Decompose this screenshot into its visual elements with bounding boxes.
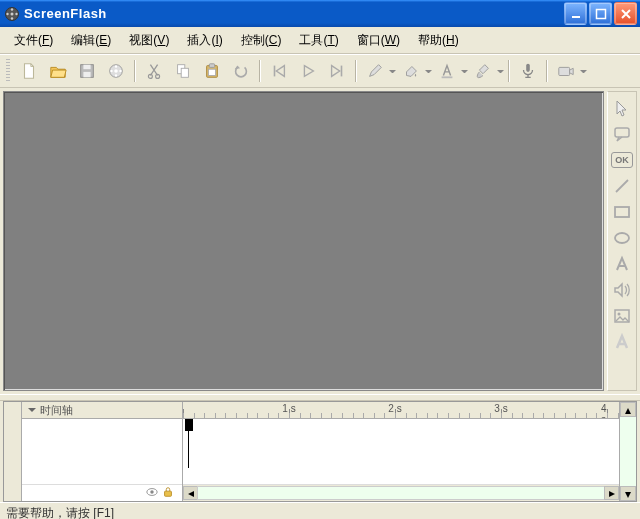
text-outline-tool-icon[interactable] (610, 330, 634, 354)
svg-point-3 (11, 17, 13, 19)
pencil-tool-button[interactable] (361, 58, 388, 85)
timeline-tracks-area: 1 s 2 s 3 s 4 s ◂ ▸ (183, 402, 619, 501)
brush-tool-button[interactable] (469, 58, 496, 85)
toolbar-separator (355, 60, 356, 82)
forward-button[interactable] (323, 58, 350, 85)
play-button[interactable] (294, 58, 321, 85)
callout-tool-icon[interactable] (610, 122, 634, 146)
svg-point-2 (11, 8, 13, 10)
ellipse-tool-icon[interactable] (610, 226, 634, 250)
eye-icon[interactable] (146, 486, 158, 501)
menu-edit[interactable]: 编辑(E) (63, 29, 119, 52)
open-button[interactable] (44, 58, 71, 85)
sound-tool-icon[interactable] (610, 278, 634, 302)
timeline-ruler[interactable]: 1 s 2 s 3 s 4 s (183, 402, 619, 419)
menu-tools[interactable]: 工具(T) (291, 29, 346, 52)
undo-button[interactable] (227, 58, 254, 85)
toolbar-separator (134, 60, 135, 82)
svg-point-15 (110, 70, 112, 72)
svg-rect-9 (83, 65, 90, 70)
toolbar-separator (546, 60, 547, 82)
ruler-tick-label: 2 s (388, 403, 401, 414)
svg-rect-10 (83, 72, 90, 77)
timeline-layers: 时间轴 (22, 402, 183, 501)
toolbar (0, 54, 640, 88)
right-toolbox: OK (607, 91, 637, 391)
microphone-button[interactable] (514, 58, 541, 85)
toolbar-grip[interactable] (6, 59, 10, 83)
rectangle-tool-icon[interactable] (610, 200, 634, 224)
copy-button[interactable] (169, 58, 196, 85)
scroll-track[interactable] (620, 417, 636, 486)
export-swf-button[interactable] (102, 58, 129, 85)
svg-rect-23 (208, 69, 215, 75)
new-button[interactable] (15, 58, 42, 85)
svg-rect-26 (558, 67, 569, 75)
svg-line-28 (616, 180, 628, 192)
timeline-header[interactable]: 时间轴 (22, 402, 182, 419)
menu-file[interactable]: 文件(F) (6, 29, 61, 52)
svg-rect-29 (615, 207, 629, 217)
window-title: ScreenFlash (24, 6, 564, 21)
toolbar-separator (259, 60, 260, 82)
record-settings-dropdown[interactable] (580, 66, 587, 76)
canvas-area[interactable] (3, 91, 604, 391)
svg-point-13 (114, 65, 116, 67)
timeline-playhead[interactable] (188, 419, 189, 468)
fill-tool-button[interactable] (397, 58, 424, 85)
scroll-left-icon[interactable]: ◂ (183, 486, 198, 500)
menubar: 文件(F) 编辑(E) 视图(V) 插入(I) 控制(C) 工具(T) 窗口(W… (0, 27, 640, 54)
svg-point-4 (6, 12, 8, 14)
record-settings-button[interactable] (552, 58, 579, 85)
svg-point-30 (615, 233, 629, 243)
text-color-button[interactable] (433, 58, 460, 85)
menu-insert[interactable]: 插入(I) (179, 29, 230, 52)
collapse-triangle-icon (28, 408, 36, 416)
pencil-tool-dropdown[interactable] (389, 66, 396, 76)
menu-control[interactable]: 控制(C) (233, 29, 290, 52)
cut-button[interactable] (140, 58, 167, 85)
svg-point-32 (618, 313, 621, 316)
text-color-dropdown[interactable] (461, 66, 468, 76)
ok-button-tool[interactable]: OK (610, 148, 634, 172)
menu-window[interactable]: 窗口(W) (349, 29, 408, 52)
timeline-collapse-bar[interactable] (4, 402, 22, 501)
titlebar: ScreenFlash (0, 0, 640, 27)
svg-rect-7 (596, 9, 605, 18)
timeline-panel: 时间轴 1 s 2 s 3 s 4 s ◂ ▸ (3, 401, 637, 502)
paste-button[interactable] (198, 58, 225, 85)
fill-tool-dropdown[interactable] (425, 66, 432, 76)
line-tool-icon[interactable] (610, 174, 634, 198)
svg-point-34 (150, 490, 153, 493)
timeline-h-scrollbar[interactable]: ◂ ▸ (183, 484, 619, 501)
horizontal-splitter[interactable] (0, 394, 640, 401)
close-button[interactable] (614, 2, 637, 25)
svg-point-1 (11, 12, 14, 15)
maximize-button[interactable] (589, 2, 612, 25)
timeline-v-scrollbar[interactable]: ▴ ▾ (619, 402, 636, 501)
scroll-down-icon[interactable]: ▾ (620, 486, 636, 501)
pointer-tool-icon[interactable] (610, 96, 634, 120)
save-button[interactable] (73, 58, 100, 85)
status-text: 需要帮助，请按 [F1] (6, 505, 114, 520)
image-tool-icon[interactable] (610, 304, 634, 328)
scroll-up-icon[interactable]: ▴ (620, 402, 636, 417)
timeline-layer-list[interactable] (22, 419, 182, 484)
menu-view[interactable]: 视图(V) (121, 29, 177, 52)
timeline-tracks[interactable] (183, 419, 619, 484)
svg-point-5 (15, 12, 17, 14)
scroll-track[interactable] (197, 486, 605, 500)
text-tool-icon[interactable] (610, 252, 634, 276)
svg-rect-24 (441, 76, 452, 78)
minimize-button[interactable] (564, 2, 587, 25)
scroll-right-icon[interactable]: ▸ (604, 486, 619, 500)
menu-help[interactable]: 帮助(H) (410, 29, 467, 52)
upper-pane: OK (0, 88, 640, 394)
timeline-layer-footer (22, 484, 182, 501)
svg-rect-6 (572, 16, 580, 18)
workspace: OK 时间轴 1 s 2 s (0, 88, 640, 502)
brush-tool-dropdown[interactable] (497, 66, 504, 76)
lock-icon[interactable] (162, 486, 174, 501)
app-icon (4, 6, 20, 22)
rewind-button[interactable] (265, 58, 292, 85)
